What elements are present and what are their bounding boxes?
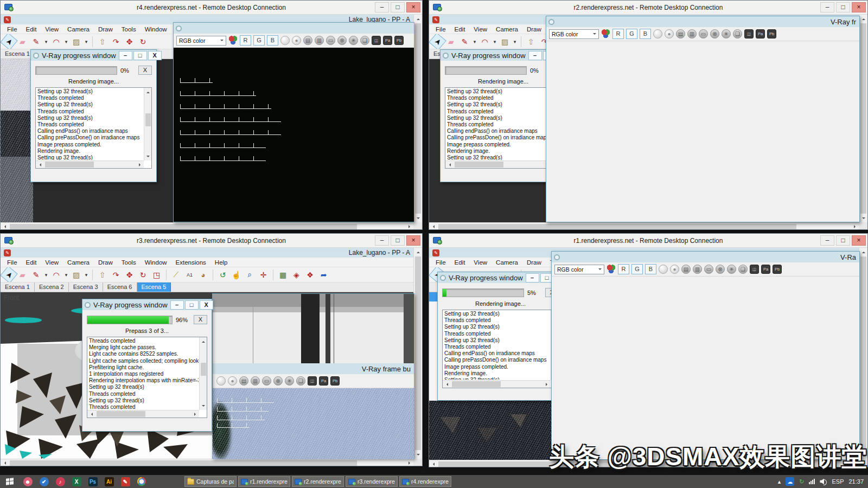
line-dropdown-icon[interactable]: ▾ (472, 35, 477, 48)
arc-dropdown-icon[interactable]: ▾ (63, 268, 69, 281)
zoom-tool-icon[interactable]: ⌕ (244, 268, 256, 281)
scene-tab[interactable]: Escena 1 (1, 49, 35, 59)
save-image-icon[interactable]: ▤ (676, 29, 685, 38)
arc-tool-icon[interactable]: ◠ (478, 35, 491, 48)
track-mouse-icon[interactable]: ✳ (727, 265, 736, 274)
duplicate-buffer-icon[interactable]: ❏ (733, 29, 742, 38)
duplicate-buffer-icon[interactable]: ❏ (738, 265, 748, 274)
clock[interactable]: 21:37 (848, 478, 864, 485)
correction-a-icon[interactable]: Pa (319, 376, 328, 386)
pushpull-tool-icon[interactable]: ⇧ (96, 268, 108, 281)
shape-dropdown-icon[interactable]: ▾ (84, 268, 89, 281)
line-dropdown-icon[interactable]: ▾ (43, 268, 49, 281)
menu-draw[interactable]: Draw (522, 26, 546, 33)
scene-tab[interactable]: Escena 6 (103, 282, 137, 292)
menu-file[interactable]: File (431, 259, 450, 266)
menu-edit[interactable]: Edit (22, 259, 41, 266)
menu-camera[interactable]: Camera (492, 26, 522, 33)
green-channel-button[interactable]: G (253, 35, 265, 46)
log-horizontal-scrollbar[interactable] (36, 160, 144, 168)
rdp-titlebar[interactable]: r2.renderexpress.net - Remote Desktop Co… (429, 1, 867, 15)
minimize-button[interactable]: – (375, 2, 389, 12)
render-log[interactable]: Setting up 32 thread(s)Threads completed… (445, 87, 561, 169)
start-button[interactable] (0, 475, 20, 488)
clear-image-icon[interactable]: ⊗ (337, 36, 347, 45)
paint-bucket-tool-icon[interactable]: ◕ (197, 268, 209, 281)
cancel-render-button[interactable]: X (138, 66, 152, 75)
duplicate-buffer-icon[interactable]: ❏ (296, 376, 305, 386)
minimize-button[interactable]: – (170, 300, 184, 310)
select-tool-icon[interactable]: ➤ (1, 34, 18, 49)
green-channel-button[interactable]: G (626, 29, 637, 39)
save-image-icon[interactable]: ▤ (303, 36, 312, 45)
close-button[interactable]: X (148, 51, 162, 60)
language-indicator[interactable]: ESP (832, 478, 844, 485)
menu-camera[interactable]: Camera (492, 259, 522, 266)
menu-file[interactable]: File (431, 26, 450, 33)
minimize-button[interactable]: – (820, 2, 834, 12)
alpha-circle-icon[interactable] (659, 265, 668, 274)
sphere-icon[interactable]: ● (670, 265, 679, 274)
alpha-circle-icon[interactable] (216, 376, 226, 386)
menu-camera[interactable]: Camera (63, 259, 94, 266)
scene-tab[interactable]: Escena 1 (1, 282, 35, 292)
rdp-horizontal-scrollbar[interactable] (1, 222, 413, 229)
menu-window[interactable]: Window (141, 26, 171, 33)
menu-extensions[interactable]: Extensions (171, 259, 210, 266)
rdp-vertical-scrollbar[interactable] (413, 248, 422, 459)
log-horizontal-scrollbar[interactable] (443, 380, 551, 388)
save-image-icon[interactable]: ▤ (681, 265, 691, 274)
color-wheel-icon[interactable] (607, 265, 616, 274)
correction-a-icon[interactable]: Pa (383, 36, 392, 45)
open-folder-icon[interactable]: ▭ (704, 265, 713, 274)
copy-image-icon[interactable]: ▥ (315, 36, 324, 45)
compare-split-icon[interactable]: ◫ (750, 265, 759, 274)
shape-dropdown-icon[interactable]: ▾ (512, 35, 518, 48)
copy-image-icon[interactable]: ▥ (687, 29, 697, 38)
scene-tab[interactable]: Escena 2 (35, 282, 69, 292)
sphere-icon[interactable]: ● (292, 36, 301, 45)
maximize-button[interactable]: □ (836, 2, 850, 12)
maximize-button[interactable]: □ (391, 235, 405, 246)
scene-tab[interactable]: Escena 3 (69, 282, 103, 292)
rdp-titlebar[interactable]: r1.renderexpress.net - Remote Desktop Co… (429, 234, 867, 248)
cancel-render-button[interactable]: X (194, 315, 207, 324)
line-dropdown-icon[interactable]: ▾ (43, 35, 49, 48)
maximize-button[interactable]: □ (185, 300, 199, 310)
channel-select[interactable]: RGB color (554, 265, 604, 274)
arc-dropdown-icon[interactable]: ▾ (492, 35, 497, 48)
menu-file[interactable]: File (3, 26, 22, 33)
move-tool-icon[interactable]: ✥ (123, 35, 136, 48)
open-folder-icon[interactable]: ▭ (326, 36, 335, 45)
rotate-tool-icon[interactable]: ↻ (137, 268, 149, 281)
menu-view[interactable]: View (41, 26, 63, 33)
followme-tool-icon[interactable]: ↷ (110, 35, 122, 48)
menu-edit[interactable]: Edit (450, 26, 470, 33)
sync-icon[interactable]: ↻ (799, 478, 804, 485)
close-button[interactable]: × (406, 2, 420, 12)
minimize-button[interactable]: – (526, 273, 539, 282)
minimize-button[interactable]: – (528, 51, 542, 60)
menu-tools[interactable]: Tools (117, 26, 141, 33)
menu-camera[interactable]: Camera (63, 26, 94, 33)
duplicate-buffer-icon[interactable]: ❏ (360, 36, 369, 45)
volume-icon[interactable] (820, 479, 827, 485)
section-fill-tool-icon[interactable]: ❖ (304, 268, 316, 281)
correction-b-icon[interactable]: Pb (773, 265, 782, 274)
clear-image-icon[interactable]: ⊗ (710, 29, 719, 38)
log-horizontal-scrollbar[interactable] (87, 410, 199, 418)
progress-titlebar[interactable]: V-Ray progress window – □ X (82, 299, 212, 310)
alpha-circle-icon[interactable] (653, 29, 662, 38)
save-image-icon[interactable]: ▤ (239, 376, 248, 386)
move-tool-icon[interactable]: ✥ (123, 268, 136, 281)
scale-tool-icon[interactable]: ◳ (150, 268, 163, 281)
track-mouse-icon[interactable]: ✳ (722, 29, 731, 38)
log-vertical-scrollbar[interactable] (144, 88, 151, 160)
rectangle-tool-icon[interactable]: ▨ (70, 268, 82, 281)
select-tool-icon[interactable]: ➤ (429, 34, 446, 49)
rdp-horizontal-scrollbar[interactable] (1, 459, 413, 466)
menu-draw[interactable]: Draw (94, 259, 117, 266)
menu-file[interactable]: File (3, 259, 22, 266)
chrome-app[interactable] (133, 475, 150, 488)
menu-view[interactable]: View (469, 26, 492, 33)
